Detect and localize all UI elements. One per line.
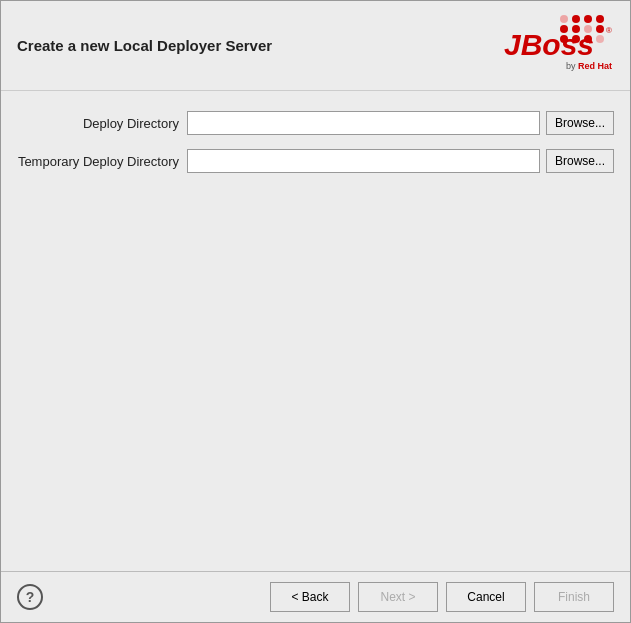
svg-text:Red Hat: Red Hat xyxy=(578,61,612,71)
help-button[interactable]: ? xyxy=(17,584,43,610)
svg-point-7 xyxy=(596,25,604,33)
deploy-directory-browse-button[interactable]: Browse... xyxy=(546,111,614,135)
deploy-directory-row: Deploy Directory Browse... xyxy=(17,111,614,135)
svg-text:®: ® xyxy=(606,26,612,35)
content-area: Deploy Directory Browse... Temporary Dep… xyxy=(1,91,630,571)
jboss-logo: JBoss ® by Red Hat xyxy=(504,13,614,78)
temp-deploy-directory-input[interactable] xyxy=(187,149,540,173)
svg-text:JBoss: JBoss xyxy=(504,28,594,61)
back-button[interactable]: < Back xyxy=(270,582,350,612)
svg-text:by: by xyxy=(566,61,576,71)
finish-button[interactable]: Finish xyxy=(534,582,614,612)
temp-deploy-directory-row: Temporary Deploy Directory Browse... xyxy=(17,149,614,173)
svg-point-1 xyxy=(572,15,580,23)
svg-point-2 xyxy=(584,15,592,23)
footer-left: ? xyxy=(17,584,43,610)
svg-point-11 xyxy=(596,35,604,43)
temp-deploy-directory-label: Temporary Deploy Directory xyxy=(17,154,187,169)
window: Create a new Local Deployer Server JBoss xyxy=(0,0,631,623)
next-button[interactable]: Next > xyxy=(358,582,438,612)
jboss-logo-svg: JBoss ® by Red Hat xyxy=(504,13,614,78)
header: Create a new Local Deployer Server JBoss xyxy=(1,1,630,91)
deploy-directory-input[interactable] xyxy=(187,111,540,135)
temp-deploy-directory-browse-button[interactable]: Browse... xyxy=(546,149,614,173)
footer: ? < Back Next > Cancel Finish xyxy=(1,571,630,622)
footer-right: < Back Next > Cancel Finish xyxy=(270,582,614,612)
svg-point-3 xyxy=(596,15,604,23)
deploy-directory-label: Deploy Directory xyxy=(17,116,187,131)
cancel-button[interactable]: Cancel xyxy=(446,582,526,612)
page-title: Create a new Local Deployer Server xyxy=(17,37,272,54)
svg-point-0 xyxy=(560,15,568,23)
